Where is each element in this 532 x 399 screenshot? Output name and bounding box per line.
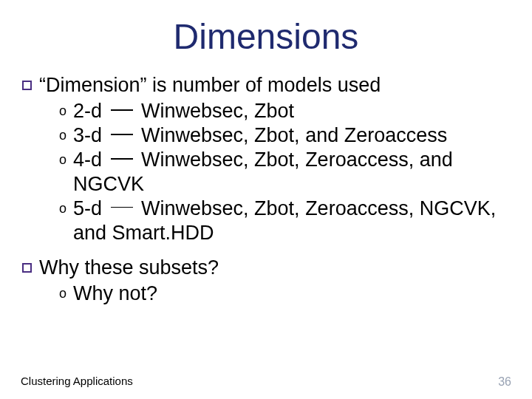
slide-body: “Dimension” is number of models used o 2… (21, 73, 511, 306)
slide-title: Dimensions (21, 16, 511, 57)
bullet-level1: “Dimension” is number of models used (22, 73, 511, 98)
sub-pre: 5-d (73, 197, 108, 219)
sub-post: Winwebsec, Zbot, and Zeroaccess (136, 124, 448, 146)
circle-bullet-icon: o (59, 99, 66, 123)
square-bullet-icon (22, 81, 32, 90)
emdash-icon (111, 158, 133, 160)
footer-topic: Clustering Applications (21, 375, 133, 387)
sub-bullet-text: 2-d Winwebsec, Zbot (73, 99, 511, 123)
circle-bullet-icon: o (59, 197, 66, 221)
bullet-level2: o 2-d Winwebsec, Zbot (59, 99, 511, 123)
sub-bullet-text: 3-d Winwebsec, Zbot, and Zeroaccess (73, 123, 511, 148)
square-bullet-icon (22, 263, 32, 273)
sub-post: Winwebsec, Zbot, Zeroaccess, and NGCVK (73, 149, 453, 195)
sub-bullet-text: Why not? (73, 282, 511, 306)
sub-list: o Why not? (59, 282, 511, 306)
emdash-icon (111, 207, 133, 208)
bullet-text: Why these subsets? (39, 256, 511, 280)
emdash-icon (111, 109, 133, 111)
bullet-level2: o 5-d Winwebsec, Zbot, Zeroaccess, NGCVK… (59, 197, 511, 245)
circle-bullet-icon: o (59, 123, 66, 148)
sub-post: Winwebsec, Zbot (136, 100, 295, 122)
slide-number: 36 (498, 375, 511, 389)
bullet-level1: Why these subsets? (22, 256, 511, 280)
sub-bullet-text: 5-d Winwebsec, Zbot, Zeroaccess, NGCVK, … (73, 197, 511, 245)
bullet-level2: o 3-d Winwebsec, Zbot, and Zeroaccess (59, 123, 511, 148)
emdash-icon (111, 134, 133, 135)
bullet-level2: o Why not? (59, 282, 511, 306)
sub-list: o 2-d Winwebsec, Zbot o 3-d Winwebsec, Z… (59, 99, 511, 245)
circle-bullet-icon: o (59, 282, 66, 306)
circle-bullet-icon: o (59, 148, 66, 172)
sub-post: Winwebsec, Zbot, Zeroaccess, NGCVK, and … (73, 197, 496, 244)
sub-pre: 2-d (73, 100, 108, 122)
sub-pre: 4-d (73, 149, 108, 171)
bullet-level2: o 4-d Winwebsec, Zbot, Zeroaccess, and N… (59, 148, 511, 197)
sub-bullet-text: 4-d Winwebsec, Zbot, Zeroaccess, and NGC… (73, 148, 511, 197)
sub-pre: 3-d (73, 124, 108, 146)
bullet-text: “Dimension” is number of models used (39, 73, 511, 98)
